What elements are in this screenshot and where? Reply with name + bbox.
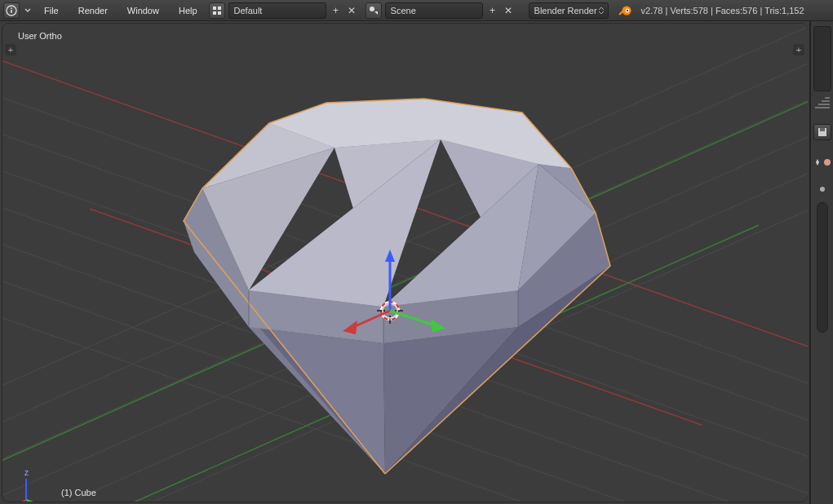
svg-text:z: z xyxy=(24,468,29,477)
stats-faces-value: 576 xyxy=(742,6,757,15)
menu-file[interactable]: File xyxy=(36,0,67,21)
svg-rect-5 xyxy=(213,11,216,15)
blender-logo-icon xyxy=(617,2,633,19)
scene-dropdown-label: Scene xyxy=(391,6,416,15)
svg-rect-2 xyxy=(11,7,12,9)
stats-verts-value: 578 xyxy=(693,6,708,15)
menu-help[interactable]: Help xyxy=(171,0,206,21)
chevron-updown-icon xyxy=(598,7,605,14)
scene-dropdown[interactable]: Scene xyxy=(385,2,483,19)
stats-verts-label: Verts: xyxy=(670,6,693,15)
menu-render[interactable]: Render xyxy=(70,0,116,21)
active-object-index: (1) xyxy=(61,488,72,497)
render-engine-label: Blender Render xyxy=(534,6,597,15)
toolbar-expand-handle[interactable]: + xyxy=(5,44,16,55)
svg-rect-71 xyxy=(820,128,825,131)
panel-expand-handle[interactable]: + xyxy=(793,44,804,55)
layout-dropdown[interactable]: Default xyxy=(228,2,326,19)
active-object-name: Cube xyxy=(75,488,96,497)
menu-window[interactable]: Window xyxy=(119,0,167,21)
scene-add-button[interactable]: + xyxy=(486,2,499,19)
right-sidebar xyxy=(810,21,833,504)
grid-icon xyxy=(212,6,222,15)
stats-tris-label: Tris: xyxy=(764,6,782,15)
save-icon[interactable] xyxy=(813,124,831,140)
render-engine-dropdown[interactable]: Blender Render xyxy=(529,2,609,19)
layout-dropdown-label: Default xyxy=(234,6,263,15)
active-object-label: (1) Cube xyxy=(61,488,96,497)
top-menu-bar: File Render Window Help Default + ✕ Scen… xyxy=(0,0,833,21)
view-mode-label: User Ortho xyxy=(18,31,62,41)
info-icon xyxy=(6,5,17,16)
dropdown-caret-icon[interactable] xyxy=(23,2,33,19)
pin-row xyxy=(813,155,832,170)
layout-remove-button[interactable]: ✕ xyxy=(346,5,357,16)
properties-scroll-track[interactable] xyxy=(817,202,828,333)
scene-icon xyxy=(369,6,379,15)
svg-point-73 xyxy=(820,187,825,192)
stats-text: v2.78 | Verts:578 | Faces:576 | Tris:1,1… xyxy=(638,6,804,15)
layout-add-button[interactable]: + xyxy=(330,2,343,19)
svg-point-7 xyxy=(370,7,374,11)
svg-point-72 xyxy=(824,159,831,166)
viewport-scene: z y xyxy=(0,21,810,504)
workspace: z y User Ortho (1) Cube + + xyxy=(0,21,833,504)
svg-rect-1 xyxy=(11,10,12,13)
svg-point-10 xyxy=(626,9,627,11)
outliner-collapsed-slot[interactable] xyxy=(813,26,831,91)
info-editor-icon[interactable] xyxy=(3,2,20,19)
scene-browse-icon[interactable] xyxy=(366,2,382,19)
area-split-corner-icon[interactable] xyxy=(813,96,831,109)
svg-rect-4 xyxy=(218,7,221,10)
svg-rect-3 xyxy=(213,7,216,10)
context-render-icon[interactable] xyxy=(822,155,832,170)
stats-version: v2.78 xyxy=(641,6,663,15)
scene-remove-button[interactable]: ✕ xyxy=(503,5,514,16)
3d-viewport[interactable]: z y User Ortho (1) Cube + + xyxy=(0,21,810,504)
slider-handle-icon[interactable] xyxy=(813,184,831,194)
pin-icon[interactable] xyxy=(813,155,822,170)
svg-rect-6 xyxy=(218,11,221,15)
stats-tris-value: 1,152 xyxy=(782,6,804,15)
stats-faces-label: Faces: xyxy=(716,6,742,15)
layout-browse-icon[interactable] xyxy=(209,2,225,19)
